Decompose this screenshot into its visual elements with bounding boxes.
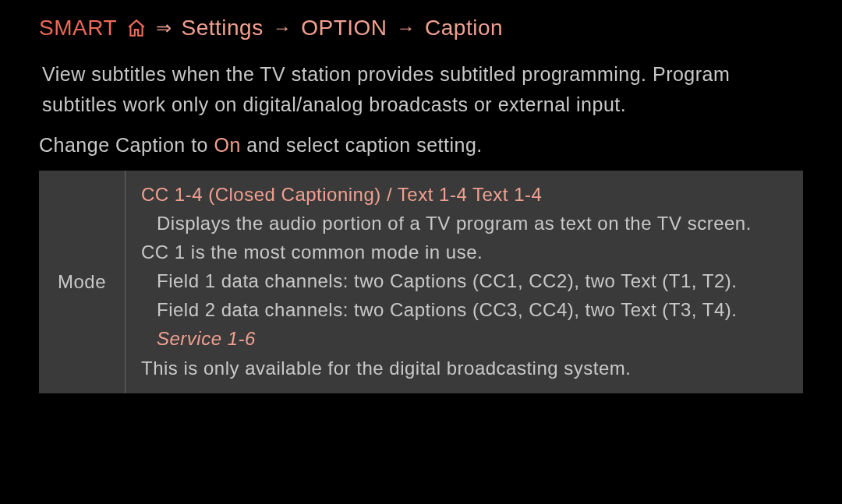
service-heading: Service 1-6 xyxy=(141,324,787,353)
cc-heading: CC 1-4 (Closed Captioning) / Text 1-4 Te… xyxy=(141,184,542,205)
arrow-icon: → xyxy=(273,17,292,39)
instruction-text: Change Caption to On and select caption … xyxy=(39,134,803,157)
cc-line3: Field 1 data channels: two Captions (CC1… xyxy=(141,266,787,295)
instruction-prefix: Change Caption to xyxy=(39,134,214,156)
cc-line2: CC 1 is the most common mode in use. xyxy=(141,238,787,266)
arrow-double-icon: ⇒ xyxy=(156,17,172,39)
cc-line4: Field 2 data channels: two Captions (CC3… xyxy=(141,295,787,324)
intro-text: View subtitles when the TV station provi… xyxy=(42,59,803,120)
cc-line1: Displays the audio portion of a TV progr… xyxy=(141,209,787,238)
breadcrumb-caption: Caption xyxy=(425,16,503,41)
home-icon xyxy=(126,18,147,38)
breadcrumb-smart: SMART xyxy=(39,16,117,41)
mode-table: Mode CC 1-4 (Closed Captioning) / Text 1… xyxy=(39,171,803,393)
breadcrumb-option: OPTION xyxy=(301,16,387,41)
breadcrumb: SMART ⇒ Settings → OPTION → Caption xyxy=(39,16,803,41)
mode-body: CC 1-4 (Closed Captioning) / Text 1-4 Te… xyxy=(126,171,803,393)
arrow-icon: → xyxy=(397,17,416,39)
service-note: This is only available for the digital b… xyxy=(141,354,787,382)
mode-label: Mode xyxy=(39,171,126,393)
instruction-suffix: and select caption setting. xyxy=(241,134,483,156)
instruction-on: On xyxy=(214,134,240,156)
breadcrumb-settings: Settings xyxy=(182,16,264,41)
